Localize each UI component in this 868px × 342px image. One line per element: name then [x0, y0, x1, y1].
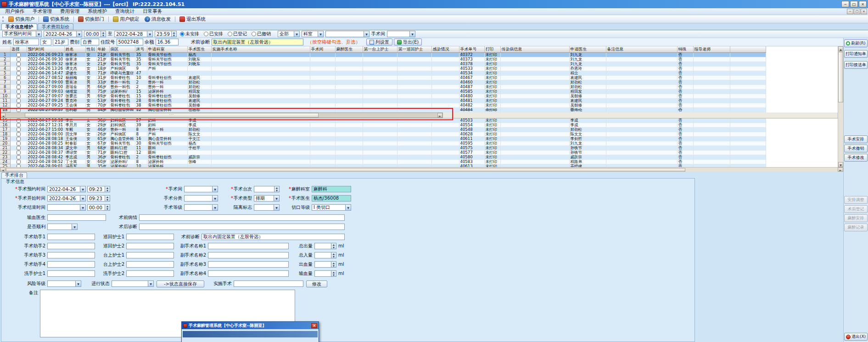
- tab-surgery-schedule[interactable]: 手术排台: [1, 172, 27, 178]
- table-cell[interactable]: 眼科/口腔: [109, 146, 135, 151]
- table-cell[interactable]: 29岁: [96, 123, 109, 128]
- table-cell[interactable]: 岳利君: [64, 108, 85, 112]
- table-cell[interactable]: 2022-04-28 08:25: [27, 141, 64, 146]
- nurse3-field[interactable]: [126, 252, 174, 258]
- table-row[interactable]: 182022-04-28 08:00田文萍女26岁产科病区8产科陈文文40628…: [0, 132, 838, 137]
- table-cell[interactable]: 孙铁节: [569, 146, 606, 151]
- table-cell[interactable]: [310, 128, 335, 132]
- table-cell[interactable]: 郑劲松: [187, 128, 211, 132]
- table-cell[interactable]: [693, 141, 730, 146]
- table-cell[interactable]: [335, 132, 363, 137]
- table-cell[interactable]: 2022-04-28 08:52: [27, 160, 64, 164]
- table-cell[interactable]: 40378: [459, 62, 484, 67]
- table-cell[interactable]: 10: [135, 76, 147, 80]
- table-cell[interactable]: 骨科关节包: [109, 53, 135, 57]
- table-cell[interactable]: 戚跃宗: [187, 155, 211, 160]
- table-cell[interactable]: 40583: [459, 160, 484, 164]
- table-cell[interactable]: 2022-04-27 09:24: [27, 99, 64, 103]
- table-cell[interactable]: 2022-04-28 08:00: [27, 132, 64, 137]
- table-cell[interactable]: [310, 80, 335, 85]
- print-transfer-button[interactable]: 打印接送单: [844, 61, 868, 69]
- table-cell[interactable]: 骨科脊柱创伤: [147, 103, 187, 108]
- table-cell[interactable]: [397, 57, 431, 62]
- table-cell[interactable]: 梁文华: [64, 146, 85, 151]
- table-cell[interactable]: [363, 123, 397, 128]
- table-cell[interactable]: 未打印: [484, 67, 500, 71]
- table-cell[interactable]: [211, 146, 310, 151]
- appt-time-spinner[interactable]: 09:23: [87, 186, 110, 192]
- table-cell[interactable]: 未打印: [484, 141, 500, 146]
- table-cell[interactable]: [211, 94, 310, 99]
- row-checkbox[interactable]: [17, 118, 21, 123]
- table-cell[interactable]: 否: [677, 71, 693, 76]
- table-cell[interactable]: 40595: [459, 141, 484, 146]
- table-cell[interactable]: [363, 164, 397, 168]
- table-cell[interactable]: 程田发: [569, 90, 606, 94]
- row-checkbox[interactable]: [17, 57, 21, 62]
- print-notice-button[interactable]: 打印通知单: [844, 50, 868, 58]
- table-cell[interactable]: [335, 118, 363, 123]
- table-cell[interactable]: [363, 128, 397, 132]
- table-cell[interactable]: [211, 160, 310, 164]
- risk-combo[interactable]: [47, 280, 81, 287]
- table-cell[interactable]: [693, 85, 730, 90]
- table-cell[interactable]: [211, 141, 310, 146]
- table-cell[interactable]: 否: [677, 80, 693, 85]
- table-cell[interactable]: [363, 103, 397, 108]
- table-cell[interactable]: [693, 137, 730, 141]
- table-cell[interactable]: [606, 132, 677, 137]
- table-cell[interactable]: 男: [85, 146, 96, 151]
- table-cell[interactable]: 35: [135, 62, 147, 67]
- table-cell[interactable]: [431, 80, 459, 85]
- table-cell[interactable]: 2022-04-27 09:25: [27, 103, 64, 108]
- table-cell[interactable]: 未打印: [484, 118, 500, 123]
- table-cell[interactable]: 刘九龙: [569, 57, 606, 62]
- admission-no-field[interactable]: 5002748: [117, 39, 143, 45]
- table-cell[interactable]: [310, 62, 335, 67]
- table-cell[interactable]: 王会侠: [64, 103, 85, 108]
- tab-surgery-info[interactable]: 手术信息维护: [1, 23, 37, 30]
- table-cell[interactable]: 47: [135, 71, 147, 76]
- maximize-icon[interactable]: [850, 1, 858, 7]
- table-cell[interactable]: 骨科关节包: [109, 57, 135, 62]
- table-cell[interactable]: [335, 94, 363, 99]
- table-cell[interactable]: 否: [677, 132, 693, 137]
- table-row[interactable]: 22022-04-26 09:30徐寒冰女21岁骨科关节包35骨科关节创伤刘晓东…: [0, 57, 838, 62]
- table-cell[interactable]: 否: [677, 146, 693, 151]
- table-cell[interactable]: 杨杰: [187, 141, 211, 146]
- exit-button[interactable]: 退出(X): [844, 333, 868, 341]
- anesthesia-record-button[interactable]: 麻醉记录: [844, 224, 868, 231]
- table-cell[interactable]: 郑劲松: [187, 80, 211, 85]
- subop3-field[interactable]: [208, 261, 289, 268]
- table-cell[interactable]: [606, 103, 677, 108]
- table-cell[interactable]: [606, 151, 677, 155]
- table-cell[interactable]: 2022-04-27 12:31: [27, 123, 64, 128]
- table-cell[interactable]: 女: [85, 128, 96, 132]
- table-row[interactable]: 242022-04-28 08:52丁士英女60岁泌尿外科/8泌尿外科张峰405…: [0, 160, 838, 164]
- exit-system-button[interactable]: 退出系统: [177, 16, 208, 23]
- table-cell[interactable]: [363, 132, 397, 137]
- table-cell[interactable]: [335, 85, 363, 90]
- table-cell[interactable]: 否: [677, 76, 693, 80]
- table-cell[interactable]: 8: [135, 128, 147, 132]
- row-checkbox[interactable]: [17, 62, 21, 66]
- table-cell[interactable]: 李成: [569, 118, 606, 123]
- refresh-button[interactable]: 刷新(R): [844, 39, 868, 47]
- table-cell[interactable]: 骨科脊柱创伤: [147, 99, 187, 103]
- table-cell[interactable]: [211, 85, 310, 90]
- table-cell[interactable]: [310, 90, 335, 94]
- table-cell[interactable]: [606, 160, 677, 164]
- table-cell[interactable]: [693, 53, 730, 57]
- table-cell[interactable]: [397, 160, 431, 164]
- table-row[interactable]: 12022-04-26 09:23徐寒冰女21岁骨科关节包35骨科关节创伤杨杰4…: [0, 53, 838, 57]
- dept-type-combo[interactable]: 科室: [302, 31, 324, 37]
- anesthesia-arrange-button[interactable]: 麻醉安排: [844, 214, 868, 222]
- table-cell[interactable]: [211, 103, 310, 108]
- dept-value-combo[interactable]: [325, 31, 370, 37]
- table-cell[interactable]: 梁健生: [64, 71, 85, 76]
- nurse1-field[interactable]: [126, 234, 174, 240]
- column-header[interactable]: 打印: [484, 46, 500, 53]
- table-row[interactable]: 92022-04-27 09:03储维堂男75岁泌尿外科/15泌尿外科程田发40…: [0, 90, 838, 94]
- table-cell[interactable]: [397, 53, 431, 57]
- table-cell[interactable]: 骨科脊柱包: [109, 76, 135, 80]
